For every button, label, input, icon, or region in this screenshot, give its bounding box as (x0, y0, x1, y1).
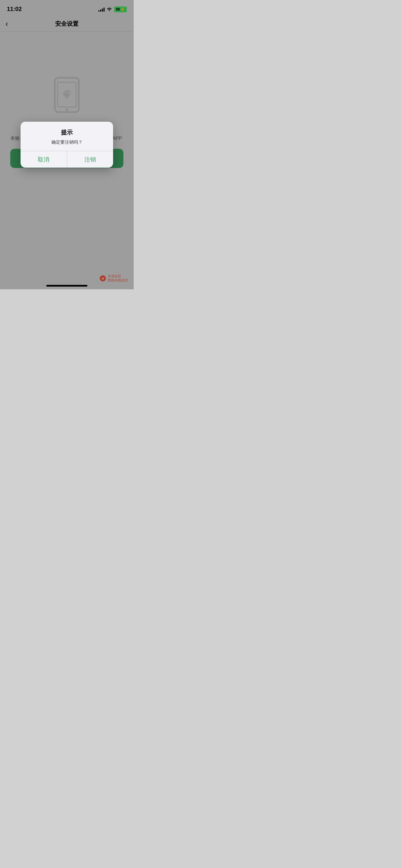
confirm-logout-button[interactable]: 注销 (67, 151, 113, 168)
dialog-content: 提示 确定要注销吗？ (21, 122, 113, 151)
confirm-dialog: 提示 确定要注销吗？ 取消 注销 (21, 122, 113, 168)
dialog-actions: 取消 注销 (21, 151, 113, 168)
cancel-button[interactable]: 取消 (21, 151, 67, 168)
dialog-message: 确定要注销吗？ (26, 139, 108, 145)
dialog-overlay: 提示 确定要注销吗？ 取消 注销 (0, 0, 134, 289)
dialog-title: 提示 (26, 129, 108, 136)
